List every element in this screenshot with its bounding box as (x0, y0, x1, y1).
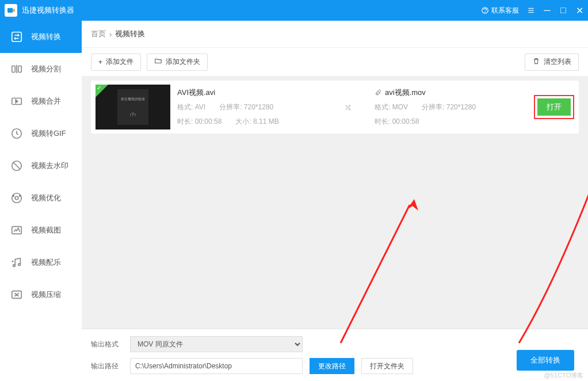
merge-icon (10, 95, 23, 108)
sidebar-item-label: 视频去水印 (31, 161, 68, 171)
sidebar-item-label: 视频分割 (31, 64, 61, 74)
svg-line-13 (14, 163, 20, 169)
svg-rect-6 (12, 32, 22, 42)
sidebar-item-label: 视频压缩 (31, 289, 61, 300)
shuffle-icon[interactable]: ⤭ (344, 102, 352, 113)
gif-icon (10, 127, 23, 140)
folder-icon (154, 57, 162, 67)
source-filename: AVI视频.avi (177, 87, 321, 98)
sidebar-item-merge[interactable]: 视频合并 (0, 85, 82, 117)
plus-icon: + (98, 58, 102, 66)
sidebar-item-label: 视频优化 (31, 193, 61, 203)
convert-all-button[interactable]: 全部转换 (517, 350, 574, 371)
contact-support[interactable]: 联系客服 (481, 6, 519, 16)
sidebar-item-label: 视频合并 (31, 96, 61, 106)
svg-point-2 (485, 12, 486, 13)
file-list: 前任最恨的怨者 (下) AVI视频.avi 格式: AVI 分辨率: 720*1… (82, 76, 588, 329)
open-button-highlight: 打开 (534, 95, 574, 119)
file-row[interactable]: 前任最恨的怨者 (下) AVI视频.avi 格式: AVI 分辨率: 720*1… (91, 81, 579, 134)
output-format-label: 输出格式 (91, 340, 123, 349)
music-icon (10, 256, 23, 269)
sidebar-item-split[interactable]: 视频分割 (0, 53, 82, 85)
open-button[interactable]: 打开 (537, 98, 571, 116)
sidebar-item-screenshot[interactable]: 视频截图 (0, 214, 82, 246)
sidebar-item-optimize[interactable]: 视频优化 (0, 182, 82, 214)
add-file-button[interactable]: + 添加文件 (91, 54, 141, 71)
output-format-select[interactable]: MOV 同原文件 (130, 336, 303, 352)
add-folder-button[interactable]: 添加文件夹 (147, 54, 208, 71)
svg-point-15 (15, 196, 18, 200)
sidebar-item-gif[interactable]: 视频转GIF (0, 117, 82, 150)
watermark-text: @51CTO博客 (544, 371, 583, 380)
minimize-button[interactable]: ─ (543, 5, 551, 16)
bottom-panel: 输出格式 MOV 同原文件 输出路径 更改路径 打开文件夹 (82, 329, 588, 381)
sidebar-item-watermark[interactable]: 视频去水印 (0, 150, 82, 182)
sidebar-item-convert[interactable]: 视频转换 (0, 21, 82, 53)
titlebar: 迅捷视频转换器 联系客服 ─ □ ✕ (0, 0, 588, 21)
convert-icon (10, 31, 23, 43)
breadcrumb-current: 视频转换 (115, 29, 145, 39)
svg-point-19 (13, 265, 16, 267)
breadcrumb-home[interactable]: 首页 (91, 29, 106, 39)
toolbar: + 添加文件 添加文件夹 清空列表 (82, 47, 588, 76)
svg-point-17 (20, 195, 21, 196)
check-icon (96, 85, 108, 97)
output-path-label: 输出路径 (91, 361, 123, 371)
change-path-button[interactable]: 更改路径 (310, 358, 354, 374)
svg-rect-0 (7, 8, 13, 13)
svg-point-16 (13, 195, 14, 196)
svg-point-14 (12, 193, 22, 203)
app-logo (5, 4, 17, 17)
maximize-button[interactable]: □ (559, 5, 567, 16)
attachment-icon (375, 89, 381, 96)
clear-list-button[interactable]: 清空列表 (525, 54, 579, 71)
target-filename: avi视频.mov (375, 87, 501, 98)
main-panel: 首页 › 视频转换 + 添加文件 添加文件夹 清空列表 (82, 21, 588, 381)
watermark-icon (10, 159, 23, 172)
svg-point-20 (18, 264, 21, 266)
sidebar-item-compress[interactable]: 视频压缩 (0, 279, 82, 311)
sidebar-item-label: 视频转GIF (31, 128, 66, 139)
sidebar: 视频转换 视频分割 视频合并 视频转GIF 视频去水印 视频优化 视频截图 视 (0, 21, 82, 381)
output-path-input[interactable] (130, 358, 303, 374)
file-thumbnail: 前任最恨的怨者 (下) (96, 85, 170, 129)
open-folder-button[interactable]: 打开文件夹 (361, 358, 413, 374)
sidebar-item-label: 视频转换 (31, 32, 61, 42)
svg-rect-7 (12, 66, 16, 73)
trash-icon (532, 57, 540, 67)
split-icon (10, 63, 23, 75)
breadcrumb: 首页 › 视频转换 (82, 21, 588, 47)
sidebar-item-label: 视频配乐 (31, 257, 61, 268)
close-button[interactable]: ✕ (575, 5, 583, 16)
menu-icon[interactable] (527, 6, 535, 14)
app-title: 迅捷视频转换器 (22, 5, 481, 16)
compress-icon (10, 288, 23, 301)
optimize-icon (10, 192, 23, 204)
screenshot-icon (10, 224, 23, 237)
sidebar-item-label: 视频截图 (31, 225, 61, 235)
svg-rect-8 (18, 66, 22, 73)
sidebar-item-music[interactable]: 视频配乐 (0, 246, 82, 279)
